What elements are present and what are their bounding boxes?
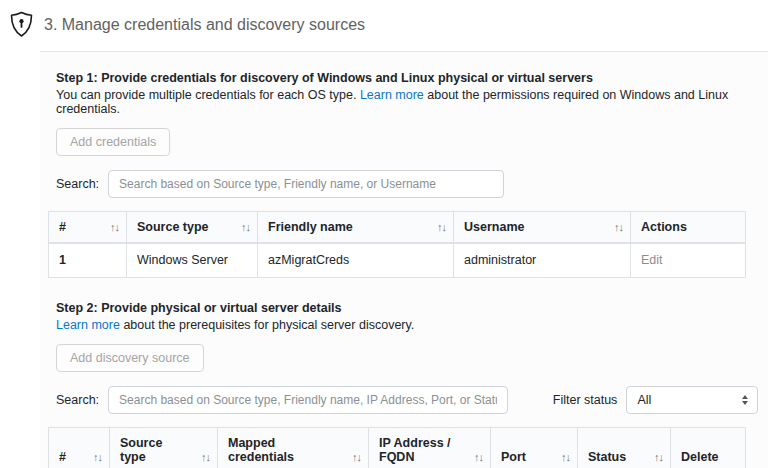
discovery-col-delete: Delete [671, 427, 746, 468]
col-label: Source type [137, 220, 209, 234]
discovery-col-mapped-credentials[interactable]: Mapped credentials↑↓ [218, 427, 369, 468]
sort-icon: ↑↓ [437, 221, 446, 233]
discovery-sources-table: #↑↓ Source type↑↓ Mapped credentials↑↓ I… [48, 427, 746, 468]
discovery-col-status[interactable]: Status↑↓ [578, 427, 671, 468]
filter-status-value: All [637, 393, 651, 407]
discovery-col-source-type[interactable]: Source type↑↓ [110, 427, 218, 468]
edit-credentials-link[interactable]: Edit [641, 253, 663, 267]
credentials-col-source-type[interactable]: Source type↑↓ [127, 212, 258, 244]
sort-icon: ↑↓ [93, 451, 102, 463]
step2-heading: Step 2: Provide physical or virtual serv… [56, 301, 758, 315]
col-label: Port [501, 450, 526, 464]
col-label: Actions [641, 220, 687, 234]
discovery-col-port[interactable]: Port↑↓ [491, 427, 578, 468]
step2-learn-more-link[interactable]: Learn more [56, 318, 120, 332]
col-label: # [59, 220, 66, 234]
sort-icon: ↑↓ [614, 221, 623, 233]
discovery-col-ip-fqdn[interactable]: IP Address / FQDN↑↓ [369, 427, 491, 468]
filter-status-label: Filter status [553, 393, 618, 407]
credentials-table: #↑↓ Source type↑↓ Friendly name↑↓ Userna… [48, 211, 746, 278]
col-label: # [59, 450, 66, 464]
step1-search-input[interactable] [108, 170, 504, 198]
credentials-table-row: 1 Windows Server azMigratCreds administr… [49, 243, 746, 277]
col-label: Mapped credentials [228, 436, 294, 464]
add-credentials-button[interactable]: Add credentials [56, 128, 170, 156]
cell-number: 1 [49, 243, 127, 277]
step2-search-input[interactable] [108, 386, 508, 414]
credentials-col-actions: Actions [631, 212, 746, 244]
section-header: 3. Manage credentials and discovery sour… [0, 0, 768, 51]
col-label: Delete [681, 450, 719, 464]
discovery-col-number[interactable]: #↑↓ [49, 427, 110, 468]
col-label: Friendly name [268, 220, 353, 234]
step1-description: You can provide multiple credentials for… [56, 88, 758, 116]
add-discovery-source-button[interactable]: Add discovery source [56, 344, 204, 372]
page-title: 3. Manage credentials and discovery sour… [44, 16, 365, 34]
credentials-col-username[interactable]: Username↑↓ [454, 212, 631, 244]
credentials-table-header-row: #↑↓ Source type↑↓ Friendly name↑↓ Userna… [49, 212, 746, 244]
shield-credentials-icon [9, 11, 34, 38]
filter-status-select[interactable]: All [626, 386, 758, 414]
step2-description: Learn more about the prerequisites for p… [56, 318, 758, 332]
step2-desc-text-after: about the prerequisites for physical ser… [120, 318, 414, 332]
step2-search-row: Search: Filter status All [56, 386, 758, 414]
col-label: Status [588, 450, 626, 464]
cell-friendly-name: azMigratCreds [258, 243, 454, 277]
col-label: IP Address / FQDN [379, 436, 451, 464]
cell-source-type: Windows Server [127, 243, 258, 277]
sort-icon: ↑↓ [241, 221, 250, 233]
discovery-table-header-row: #↑↓ Source type↑↓ Mapped credentials↑↓ I… [49, 427, 746, 468]
sort-icon: ↑↓ [110, 221, 119, 233]
step1-search-label: Search: [56, 177, 99, 191]
sort-icon: ↑↓ [201, 451, 210, 463]
sort-icon: ↑↓ [561, 451, 570, 463]
step2-search-label: Search: [56, 393, 99, 407]
cell-actions: Edit [631, 243, 746, 277]
col-label: Username [464, 220, 524, 234]
manage-credentials-panel: Step 1: Provide credentials for discover… [40, 52, 768, 468]
col-label: Source type [120, 436, 162, 464]
step1-section: Step 1: Provide credentials for discover… [56, 71, 758, 198]
cell-username: administrator [454, 243, 631, 277]
sort-icon: ↑↓ [654, 451, 663, 463]
step2-section: Step 2: Provide physical or virtual serv… [56, 301, 758, 414]
step1-desc-text-before: You can provide multiple credentials for… [56, 88, 360, 102]
sort-icon: ↑↓ [352, 451, 361, 463]
step1-heading: Step 1: Provide credentials for discover… [56, 71, 758, 85]
sort-icon: ↑↓ [474, 451, 483, 463]
credentials-col-friendly-name[interactable]: Friendly name↑↓ [258, 212, 454, 244]
step1-search-row: Search: [56, 170, 758, 198]
step1-learn-more-link[interactable]: Learn more [360, 88, 424, 102]
select-updown-arrows-icon [742, 395, 748, 405]
credentials-col-number[interactable]: #↑↓ [49, 212, 127, 244]
